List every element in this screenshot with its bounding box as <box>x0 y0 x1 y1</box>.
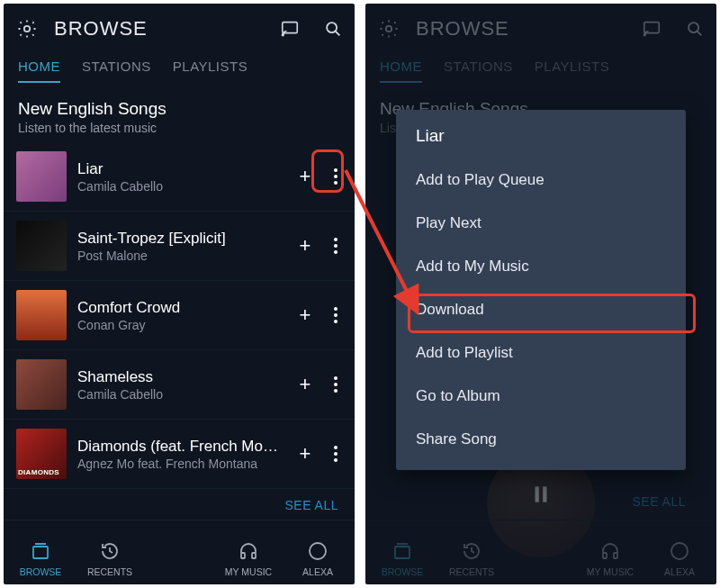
add-icon[interactable]: + <box>297 236 313 256</box>
svg-rect-16 <box>614 553 617 558</box>
cast-icon[interactable] <box>279 18 301 40</box>
svg-rect-14 <box>395 547 410 558</box>
menu-item-play-next[interactable]: Play Next <box>396 202 686 245</box>
song-row[interactable]: Comfort Crowd Conan Gray + <box>4 281 355 350</box>
top-bar: BROWSE <box>4 4 355 54</box>
svg-rect-13 <box>543 486 546 502</box>
alexa-icon <box>668 539 691 563</box>
more-icon[interactable] <box>329 164 342 189</box>
alexa-icon <box>306 539 329 563</box>
settings-icon[interactable] <box>14 16 40 41</box>
nav-label: MY MUSIC <box>587 566 634 577</box>
tab-home[interactable]: HOME <box>380 59 422 83</box>
svg-point-11 <box>688 23 698 32</box>
section-title: New English Songs <box>18 99 340 119</box>
add-icon[interactable]: + <box>297 167 313 186</box>
search-icon[interactable] <box>322 18 344 40</box>
more-icon[interactable] <box>329 441 342 466</box>
nav-label: MY MUSIC <box>225 566 272 577</box>
nav-alexa[interactable]: ALEXA <box>652 539 707 577</box>
svg-point-10 <box>644 34 645 36</box>
nav-mymusic[interactable]: MY MUSIC <box>220 539 276 577</box>
svg-rect-4 <box>33 547 48 558</box>
svg-rect-12 <box>536 486 539 502</box>
browse-icon <box>391 539 414 563</box>
menu-item-add-to-playlist[interactable]: Add to Playlist <box>396 331 686 375</box>
album-art <box>16 429 67 479</box>
svg-rect-5 <box>241 553 245 558</box>
add-icon[interactable]: + <box>297 305 313 325</box>
more-icon[interactable] <box>329 233 342 258</box>
song-artist: Agnez Mo feat. French Montana <box>77 457 286 471</box>
nav-recents[interactable]: RECENTS <box>444 539 500 577</box>
menu-item-download[interactable]: Download <box>396 288 686 331</box>
song-title: Diamonds (feat. French Mont… <box>77 438 286 456</box>
song-artist: Post Malone <box>77 249 286 263</box>
cast-icon[interactable] <box>641 18 662 40</box>
headphones-icon <box>237 539 260 563</box>
song-list: Liar Camila Cabello + Saint-Tropez [Expl… <box>4 142 355 489</box>
add-icon[interactable]: + <box>297 375 313 394</box>
history-icon <box>460 539 483 563</box>
album-art <box>16 151 67 202</box>
menu-item-share-song[interactable]: Share Song <box>396 418 686 461</box>
history-icon <box>98 539 122 563</box>
album-art <box>16 359 67 410</box>
see-all-link[interactable]: SEE ALL <box>616 485 702 509</box>
headphones-icon <box>598 539 622 563</box>
album-art <box>16 290 67 340</box>
nav-label: BROWSE <box>20 566 62 577</box>
more-icon[interactable] <box>329 372 342 397</box>
svg-point-2 <box>282 34 284 36</box>
more-icon[interactable] <box>329 303 342 328</box>
album-art <box>16 221 67 271</box>
song-title: Shameless <box>77 368 286 386</box>
see-all-link[interactable]: SEE ALL <box>4 489 355 512</box>
bottom-nav: BROWSE RECENTS . MY MUSIC ALEXA <box>4 520 355 584</box>
tab-stations[interactable]: STATIONS <box>444 59 513 83</box>
tab-playlists[interactable]: PLAYLISTS <box>535 59 609 83</box>
tab-playlists[interactable]: PLAYLISTS <box>173 59 248 83</box>
nav-label: ALEXA <box>302 566 333 577</box>
nav-label: RECENTS <box>449 566 494 577</box>
song-row[interactable]: Diamonds (feat. French Mont… Agnez Mo fe… <box>4 420 355 489</box>
nav-browse[interactable]: BROWSE <box>374 539 430 577</box>
svg-point-8 <box>386 26 392 32</box>
nav-alexa[interactable]: ALEXA <box>290 539 346 577</box>
add-icon[interactable]: + <box>297 444 313 464</box>
tab-stations[interactable]: STATIONS <box>82 59 151 83</box>
section-header: New English Songs Listen to the latest m… <box>4 86 355 142</box>
top-bar: BROWSE <box>365 4 716 54</box>
menu-item-add-to-my-music[interactable]: Add to My Music <box>396 245 686 288</box>
svg-point-7 <box>310 543 326 559</box>
tab-home[interactable]: HOME <box>18 59 60 83</box>
svg-point-17 <box>671 543 688 559</box>
browse-icon <box>29 539 52 563</box>
song-row[interactable]: Shameless Camila Cabello + <box>4 350 355 420</box>
nav-browse[interactable]: BROWSE <box>13 539 68 577</box>
section-subtitle: Listen to the latest music <box>18 121 340 135</box>
menu-item-go-to-album[interactable]: Go to Album <box>396 375 686 418</box>
svg-point-0 <box>24 26 30 32</box>
search-icon[interactable] <box>684 18 706 40</box>
song-row[interactable]: Saint-Tropez [Explicit] Post Malone + <box>4 212 355 281</box>
song-row[interactable]: Liar Camila Cabello + <box>4 142 355 212</box>
phone-left: BROWSE HOME STATIONS PLAYLISTS New Engli… <box>4 4 355 584</box>
nav-recents[interactable]: RECENTS <box>82 539 138 577</box>
svg-rect-15 <box>603 553 607 558</box>
nav-mymusic[interactable]: MY MUSIC <box>582 539 638 577</box>
svg-rect-6 <box>252 553 256 558</box>
song-artist: Camila Cabello <box>77 179 286 194</box>
page-title: BROWSE <box>416 17 641 41</box>
song-artist: Camila Cabello <box>77 387 286 402</box>
page-title: BROWSE <box>54 17 279 41</box>
song-title: Comfort Crowd <box>77 299 286 317</box>
pause-icon[interactable] <box>529 483 553 512</box>
nav-label: RECENTS <box>87 566 132 577</box>
tabs: HOME STATIONS PLAYLISTS <box>365 54 716 86</box>
phone-right: BROWSE HOME STATIONS PLAYLISTS New Engli… <box>365 4 716 584</box>
bottom-nav: BROWSE RECENTS . MY MUSIC <box>365 520 716 584</box>
song-title: Saint-Tropez [Explicit] <box>77 230 286 248</box>
menu-item-add-to-queue[interactable]: Add to Play Queue <box>396 158 686 202</box>
settings-icon[interactable] <box>376 16 401 41</box>
